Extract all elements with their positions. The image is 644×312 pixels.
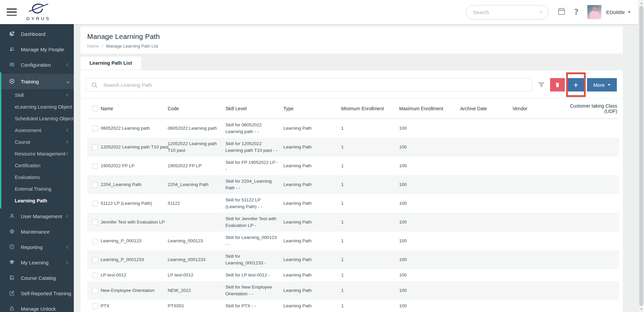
row-checkbox[interactable] bbox=[92, 288, 98, 294]
column-header-minimum-enrollment[interactable]: Minimum Enrollment bbox=[341, 99, 399, 119]
more-button-label: More bbox=[593, 82, 605, 88]
sidebar-item-manage-unlock[interactable]: Manage Unlock bbox=[0, 301, 74, 312]
column-header-customer-udf[interactable]: Customer taking Class (UDF) bbox=[565, 99, 619, 119]
breadcrumb-home[interactable]: Home bbox=[87, 44, 99, 49]
cell-max: 100 bbox=[399, 213, 460, 232]
cell-min: 1 bbox=[341, 213, 399, 232]
gyrus-logo-mark bbox=[28, 3, 49, 16]
training-group: TrainingSkilleLearning Learning ObjectSc… bbox=[0, 72, 74, 208]
more-button[interactable]: More bbox=[587, 78, 617, 91]
cell-type: Learning Path bbox=[283, 138, 341, 157]
sidebar-item-training[interactable]: Training bbox=[1, 74, 74, 89]
filter-icon[interactable] bbox=[538, 81, 545, 88]
cell-archive bbox=[460, 250, 513, 269]
main-content: Manage Learning Path Home / Manage Learn… bbox=[80, 27, 623, 312]
page-header: Manage Learning Path Home / Manage Learn… bbox=[80, 27, 623, 54]
help-icon[interactable]: ? bbox=[574, 7, 579, 17]
sidebar-item-external-training[interactable]: External Training bbox=[1, 183, 74, 195]
column-header-maximum-enrollment[interactable]: Maximum Enrollment bbox=[399, 99, 460, 119]
row-checkbox[interactable] bbox=[92, 220, 98, 225]
row-checkbox[interactable] bbox=[92, 144, 98, 150]
column-header-archive-date[interactable]: Archive Date bbox=[460, 99, 513, 119]
cell-skill: Skill for 06052022 Learning path - - bbox=[225, 119, 283, 138]
cell-vendor bbox=[513, 138, 565, 157]
vertical-scrollbar[interactable]: ▲ ▼ bbox=[638, 0, 644, 312]
cell-min: 1 bbox=[341, 175, 399, 194]
sidebar-item-scheduled-learning-object[interactable]: Scheduled Learning Object bbox=[1, 113, 74, 124]
cell-name: 12052022 Learning path T10 past bbox=[101, 138, 168, 157]
cell-customer bbox=[565, 157, 619, 175]
cell-type: Learning Path bbox=[283, 175, 341, 194]
cell-max: 100 bbox=[399, 175, 460, 194]
sidebar-item-assessment[interactable]: Assessment bbox=[1, 124, 74, 136]
table-body: 06052022 Learning path06052022 Learning … bbox=[87, 119, 619, 312]
sidebar-item-skill[interactable]: Skill bbox=[1, 89, 74, 101]
sidebar-item-my-learning[interactable]: My Learning bbox=[0, 255, 74, 270]
cell-type: Learning Path bbox=[283, 194, 341, 213]
page-title: Manage Learning Path bbox=[87, 33, 616, 41]
sidebar-item-resource-management[interactable]: Resource Management bbox=[1, 148, 74, 160]
column-header-type[interactable]: Type bbox=[283, 99, 341, 119]
sidebar-item-maintenance[interactable]: Maintenance bbox=[0, 224, 74, 239]
cell-customer bbox=[565, 175, 619, 194]
cell-archive bbox=[460, 175, 513, 194]
sidebar-item-manage-my-people[interactable]: Manage My People bbox=[0, 42, 74, 57]
tab-learning-path-list[interactable]: Learning Path List bbox=[80, 57, 141, 70]
cell-min: 1 bbox=[341, 138, 399, 157]
cell-type: Learning Path bbox=[283, 157, 341, 175]
cell-skill: Skill for New Employee Orientation - - bbox=[225, 281, 283, 300]
row-checkbox[interactable] bbox=[92, 182, 98, 188]
row-checkbox[interactable] bbox=[92, 257, 98, 263]
row-checkbox[interactable] bbox=[92, 126, 98, 131]
table-search-input[interactable] bbox=[103, 82, 527, 88]
people-icon bbox=[9, 46, 15, 53]
row-checkbox[interactable] bbox=[92, 272, 98, 278]
book-icon bbox=[9, 274, 15, 281]
cell-name: PTX bbox=[101, 300, 168, 312]
cell-code: Learning_0001233 bbox=[168, 250, 225, 269]
sidebar-item-certification[interactable]: Certification bbox=[1, 160, 74, 171]
cell-vendor bbox=[513, 119, 565, 138]
select-all-checkbox[interactable] bbox=[92, 106, 98, 111]
column-header-skill-level[interactable]: Skill Level bbox=[225, 99, 283, 119]
avatar[interactable] bbox=[587, 5, 601, 19]
cell-max: 100 bbox=[399, 232, 460, 250]
cell-max: 100 bbox=[399, 281, 460, 300]
user-menu[interactable]: EDolittle bbox=[606, 9, 631, 15]
cell-name: 51122 LP (Learning Path) bbox=[101, 194, 168, 213]
column-header-name[interactable]: Name bbox=[101, 99, 168, 119]
column-header-vendor[interactable]: Vendor bbox=[513, 99, 565, 119]
sidebar-item-course-catalog[interactable]: Course Catalog bbox=[0, 270, 74, 286]
cell-name: LP test-0012 bbox=[101, 269, 168, 281]
sidebar-item-course[interactable]: Course bbox=[1, 136, 74, 148]
sidebar-item-learning-path[interactable]: Learning Path bbox=[1, 195, 74, 206]
add-button[interactable]: + bbox=[568, 78, 584, 91]
sidebar-item-evaluations[interactable]: Evaluations bbox=[1, 171, 74, 183]
global-search-input[interactable] bbox=[473, 9, 540, 15]
sidebar-item-configuration[interactable]: Configuration bbox=[0, 57, 74, 72]
sidebar-item-dashboard[interactable]: Dashboard bbox=[0, 26, 74, 42]
row-checkbox[interactable] bbox=[92, 238, 98, 244]
table-row: PTXPTX001Skill for PTX - -Learning Path1… bbox=[87, 300, 619, 312]
sidebar-item-self-reported-training[interactable]: Self-Reported Training bbox=[0, 286, 74, 301]
cell-code bbox=[168, 213, 225, 232]
row-checkbox[interactable] bbox=[92, 201, 98, 206]
row-checkbox[interactable] bbox=[92, 303, 98, 309]
sidebar-item-reporting[interactable]: Reporting bbox=[0, 239, 74, 255]
scroll-up-arrow-icon[interactable]: ▲ bbox=[639, 0, 644, 6]
cell-min: 1 bbox=[341, 119, 399, 138]
delete-button[interactable] bbox=[550, 78, 565, 91]
trash-icon bbox=[554, 82, 560, 88]
row-checkbox[interactable] bbox=[92, 163, 98, 169]
column-header-code[interactable]: Code bbox=[168, 99, 225, 119]
sidebar-item-elearning-learning-object[interactable]: eLearning Learning Object bbox=[1, 101, 74, 113]
hamburger-menu-icon[interactable] bbox=[7, 8, 17, 16]
calendar-icon[interactable] bbox=[557, 7, 566, 17]
search-icon[interactable] bbox=[540, 9, 543, 15]
sidebar-item-user-management[interactable]: User Management bbox=[0, 208, 74, 224]
cell-type: Learning Path bbox=[283, 250, 341, 269]
scrollbar-thumb[interactable] bbox=[639, 6, 643, 306]
cell-vendor bbox=[513, 157, 565, 175]
scroll-down-arrow-icon[interactable]: ▼ bbox=[639, 306, 644, 312]
table-row: Learning_P_0001233Learning_0001233Skill … bbox=[87, 250, 619, 269]
